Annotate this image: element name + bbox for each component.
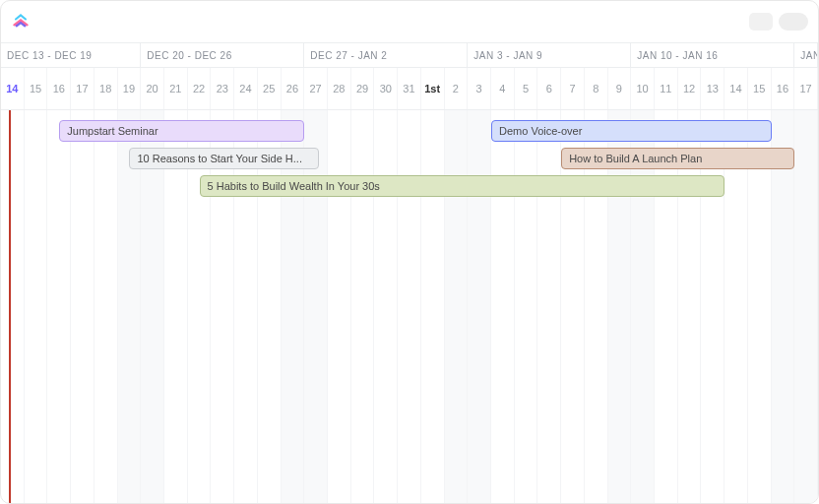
- day-cell[interactable]: 4: [491, 68, 515, 109]
- today-line: [9, 110, 11, 503]
- day-column: [445, 110, 469, 503]
- toolbar-button-1[interactable]: [749, 13, 773, 31]
- day-cell[interactable]: 12: [678, 68, 702, 109]
- day-cell[interactable]: 8: [585, 68, 608, 109]
- task-launch-plan[interactable]: How to Build A Launch Plan: [561, 148, 794, 169]
- day-cell[interactable]: 28: [328, 68, 351, 109]
- day-cell[interactable]: 17: [794, 68, 818, 109]
- toolbar-toggle[interactable]: [779, 13, 808, 31]
- day-cell[interactable]: 24: [234, 68, 258, 109]
- task-10-reasons[interactable]: 10 Reasons to Start Your Side H...: [129, 148, 318, 169]
- gantt-app: DEC 13 - DEC 19DEC 20 - DEC 26DEC 27 - J…: [0, 0, 819, 504]
- day-cell[interactable]: 29: [351, 68, 375, 109]
- day-cell[interactable]: 13: [701, 68, 724, 109]
- day-header-row: 1415161718192021222324252627282930311st2…: [1, 68, 818, 110]
- day-cell[interactable]: 9: [608, 68, 632, 109]
- day-column: [47, 110, 71, 503]
- week-label: JAN: [794, 43, 818, 67]
- day-column: [515, 110, 538, 503]
- day-cell[interactable]: 26: [282, 68, 305, 109]
- task-5-habits[interactable]: 5 Habits to Build Wealth In Your 30s: [200, 175, 725, 197]
- day-cell[interactable]: 11: [655, 68, 678, 109]
- day-column: [94, 110, 118, 503]
- day-column: [537, 110, 561, 503]
- task-demo-voice-over[interactable]: Demo Voice-over: [491, 120, 772, 142]
- day-column: [328, 110, 351, 503]
- day-cell[interactable]: 19: [118, 68, 142, 109]
- day-cell[interactable]: 16: [772, 68, 795, 109]
- day-cell[interactable]: 20: [141, 68, 164, 109]
- day-column: [71, 110, 94, 503]
- day-cell[interactable]: 30: [374, 68, 398, 109]
- topbar: [1, 1, 818, 42]
- day-column: [794, 110, 818, 503]
- day-cell[interactable]: 15: [25, 68, 48, 109]
- day-cell[interactable]: 17: [71, 68, 94, 109]
- day-column: [374, 110, 398, 503]
- day-column: [398, 110, 421, 503]
- day-cell[interactable]: 1st: [421, 68, 445, 109]
- clickup-logo-icon: [11, 12, 31, 32]
- day-cell[interactable]: 31: [398, 68, 421, 109]
- day-column: [25, 110, 48, 503]
- week-label: DEC 27 - JAN 2: [304, 43, 468, 67]
- day-cell[interactable]: 16: [47, 68, 71, 109]
- day-cell[interactable]: 7: [561, 68, 585, 109]
- day-cell[interactable]: 23: [211, 68, 234, 109]
- day-cell[interactable]: 15: [748, 68, 772, 109]
- day-column: [351, 110, 375, 503]
- day-cell[interactable]: 22: [188, 68, 212, 109]
- day-cell[interactable]: 21: [164, 68, 188, 109]
- week-label: DEC 13 - DEC 19: [1, 43, 141, 67]
- day-cell[interactable]: 10: [631, 68, 655, 109]
- week-label: JAN 3 - JAN 9: [468, 43, 631, 67]
- gantt-body[interactable]: Jumpstart SeminarDemo Voice-over10 Reaso…: [1, 110, 818, 503]
- day-column: [468, 110, 491, 503]
- day-cell[interactable]: 2: [445, 68, 469, 109]
- day-cell[interactable]: 25: [258, 68, 282, 109]
- week-header-row: DEC 13 - DEC 19DEC 20 - DEC 26DEC 27 - J…: [1, 42, 818, 68]
- task-jumpstart-seminar[interactable]: Jumpstart Seminar: [59, 120, 304, 142]
- week-label: JAN 10 - JAN 16: [631, 43, 794, 67]
- day-column: [491, 110, 515, 503]
- day-cell[interactable]: 14: [724, 68, 748, 109]
- week-label: DEC 20 - DEC 26: [141, 43, 304, 67]
- day-cell[interactable]: 27: [304, 68, 328, 109]
- day-cell[interactable]: 6: [537, 68, 561, 109]
- day-column: [421, 110, 445, 503]
- day-column: [1, 110, 25, 503]
- day-cell[interactable]: 18: [94, 68, 118, 109]
- topbar-right: [749, 13, 808, 31]
- day-cell[interactable]: 3: [468, 68, 491, 109]
- day-cell[interactable]: 14: [1, 68, 25, 109]
- day-cell[interactable]: 5: [515, 68, 538, 109]
